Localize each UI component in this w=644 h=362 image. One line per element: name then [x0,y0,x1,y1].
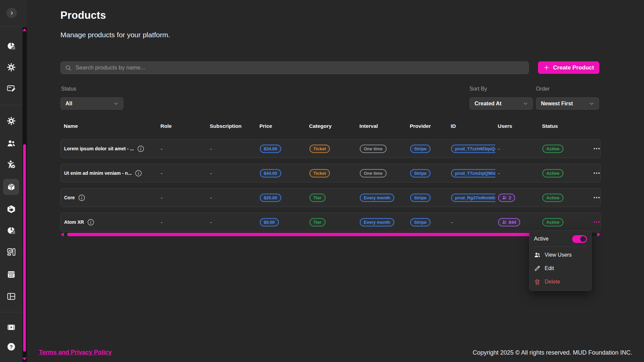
active-toggle[interactable] [572,235,587,243]
info-icon[interactable] [87,219,94,226]
table-horizontal-scrollbar[interactable] [60,232,601,237]
price-badge: $20.00 [260,194,281,202]
gear-icon [7,116,16,125]
table-row[interactable]: Atom XR - - $0.00 Tier Every month Strip… [60,213,601,231]
scroll-left-arrow-icon[interactable] [61,232,64,237]
sidebar-expand-button[interactable] [6,8,17,18]
search-icon [65,64,71,71]
order-filter-value: Newest First [541,101,573,107]
product-name: Ut enim ad minim veniam - n... [64,170,132,176]
sidebar-item-products[interactable] [3,179,19,195]
sidebar-item-settings-top[interactable] [3,59,19,75]
search-input[interactable] [60,61,529,74]
video-player-icon [7,323,16,332]
column-header-subscription: Subscription [207,123,257,129]
interval-badge: Every month [360,194,394,202]
sidebar-item-help[interactable]: ? [3,339,19,355]
panel-layout-icon [7,292,16,301]
sidebar-item-analytics[interactable] [3,38,19,54]
status-badge: Active [542,194,563,202]
column-header-status: Status [539,123,581,129]
row-actions-button[interactable] [592,146,600,151]
menu-item-view-users[interactable]: View Users [530,248,591,262]
product-id-badge: prod_T7zzhNf3qsQd [451,145,495,153]
users-icon [502,220,507,224]
sidebar-item-events[interactable] [3,266,19,282]
subscription-value: - [210,170,212,176]
sidebar-item-reports[interactable] [3,222,19,239]
calendar-icon [7,270,16,279]
users-value: - [498,170,500,176]
row-actions-button[interactable] [592,195,600,200]
sidebar-item-members[interactable] [3,156,19,172]
chevron-down-icon [113,101,119,107]
sidebar-scrollbar[interactable] [22,27,27,362]
scroll-right-arrow-icon[interactable] [597,232,600,237]
sidebar-divider [0,312,22,312]
interval-badge: One time [360,169,387,177]
order-filter-select[interactable]: Newest First [536,97,599,110]
media-layout-icon [7,247,16,256]
subscription-value: - [210,219,212,225]
sortby-filter-select[interactable]: Created At [469,97,533,110]
status-badge: Active [542,169,563,177]
status-filter-value: All [65,101,72,107]
trash-icon [534,278,541,285]
scrollbar-thumb[interactable] [67,233,588,236]
status-filter-select[interactable]: All [60,97,123,110]
row-actions-button[interactable] [592,170,600,176]
sidebar-item-layout[interactable] [3,288,19,304]
provider-badge: Stripe [410,169,431,177]
sidebar-item-assets[interactable] [3,201,19,217]
menu-divider [534,247,587,247]
menu-active-row: Active [530,232,591,245]
info-icon[interactable] [135,170,142,177]
page-subtitle: Manage products for your platform. [60,31,170,39]
category-badge: Tier [309,194,326,202]
table-row[interactable]: Core - - $20.00 Tier Every month Stripe … [60,188,601,207]
table-header: Name Role Subscription Price Category In… [60,118,601,134]
scroll-up-arrow-icon[interactable] [22,29,27,31]
scroll-down-arrow-icon[interactable] [22,358,27,360]
sidebar-item-media[interactable] [3,244,19,260]
column-header-provider: Provider [407,123,448,129]
info-icon[interactable] [137,145,144,152]
users-icon [534,252,541,258]
interval-badge: One time [360,145,387,153]
sidebar-item-videos[interactable] [3,319,19,335]
card-edit-icon [7,84,16,93]
row-actions-button[interactable] [592,219,600,225]
sidebar-scrollbar-thumb[interactable] [23,144,26,352]
terms-privacy-link[interactable]: Terms and Privacy Policy [39,349,112,356]
person-check-icon [7,160,16,169]
product-id-value: - [451,219,453,225]
users-count-badge[interactable]: 2 [498,194,515,202]
sidebar-divider [0,105,22,105]
package-icon [7,183,16,192]
analytics-pie-icon [7,226,16,235]
product-id-badge: prod_Rg37m9nnk6s [451,194,495,202]
status-badge: Active [542,145,563,153]
menu-item-delete[interactable]: Delete [530,275,591,289]
table-row[interactable]: Ut enim ad minim veniam - n... - - $44.0… [60,164,601,183]
sidebar-item-settings[interactable] [3,113,19,129]
chevron-right-icon [9,11,14,15]
menu-item-edit[interactable]: Edit [530,262,591,275]
price-badge: $44.00 [260,169,281,177]
sidebar-item-users[interactable] [3,135,19,151]
status-filter-label: Status [61,86,76,92]
create-product-button[interactable]: Create Product [538,61,599,74]
pencil-icon [534,265,541,272]
users-value: - [498,146,500,152]
chevron-down-icon [523,101,529,107]
info-icon[interactable] [78,194,85,201]
sidebar-item-billing[interactable] [3,80,19,96]
row-context-menu: Active View Users Edit Delete [529,230,592,291]
price-badge: $0.00 [260,218,279,226]
copyright-text: Copyright 2025 © All rights reserved. MU… [473,349,632,356]
users-count-badge[interactable]: 844 [498,218,520,226]
provider-badge: Stripe [410,218,431,226]
gear-icon [7,63,16,72]
table-row[interactable]: Lorem ipsum dolor sit amet - ... - - $34… [60,139,601,158]
status-badge: Active [542,218,563,226]
